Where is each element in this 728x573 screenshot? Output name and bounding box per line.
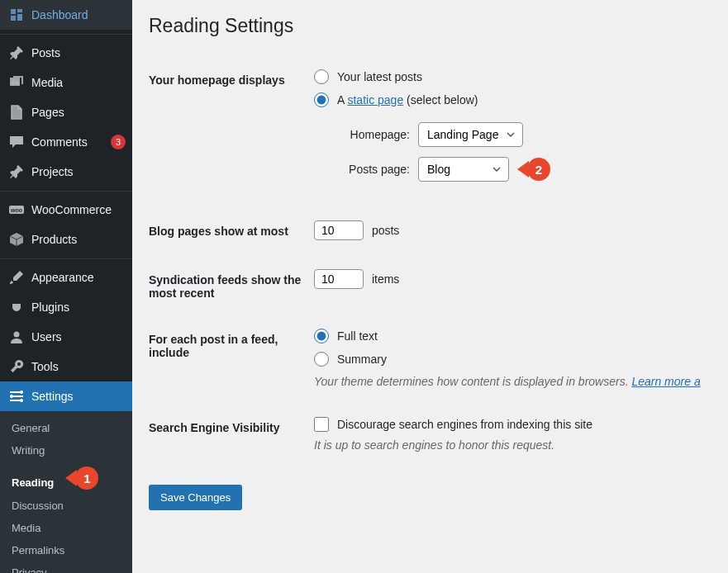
sidebar-item-settings[interactable]: Settings [0, 381, 132, 411]
page-icon [8, 104, 25, 121]
svg-point-7 [20, 391, 23, 394]
plugin-icon [8, 299, 25, 315]
summary-label: Summary [337, 353, 387, 366]
homepage-select[interactable]: Landing Page [418, 122, 523, 147]
pin-icon [8, 163, 25, 180]
sidebar-item-appearance[interactable]: Appearance [0, 263, 132, 292]
learn-more-link[interactable]: Learn more a [631, 375, 700, 388]
svg-rect-4 [10, 391, 20, 393]
media-icon [8, 74, 25, 91]
sidebar-item-plugins[interactable]: Plugins [0, 292, 132, 322]
sidebar-item-tools[interactable]: Tools [0, 352, 132, 381]
latest-posts-label: Your latest posts [337, 70, 422, 83]
pin-icon [8, 45, 25, 61]
sidebar-item-media[interactable]: Media [0, 68, 132, 97]
submenu-item-writing[interactable]: Writing [0, 439, 132, 462]
sidebar-item-comments[interactable]: Comments3 [0, 127, 132, 157]
product-icon [8, 231, 25, 248]
sidebar-item-label: Posts [31, 46, 126, 59]
blog-pages-count-input[interactable] [314, 220, 364, 240]
settings-icon [8, 388, 25, 405]
submenu-item-discussion[interactable]: Discussion [0, 495, 132, 517]
syndication-unit: items [372, 272, 399, 286]
admin-sidebar: DashboardPostsMediaPagesComments3Project… [0, 0, 132, 573]
sidebar-item-label: Tools [31, 360, 126, 373]
brush-icon [8, 269, 25, 286]
homepage-select-label: Homepage: [337, 128, 410, 141]
static-page-link[interactable]: static page [347, 93, 403, 107]
tool-icon [8, 358, 25, 375]
sidebar-item-label: Settings [31, 390, 126, 403]
svg-point-9 [20, 399, 23, 402]
sidebar-item-woocommerce[interactable]: wooWooCommerce [0, 195, 132, 225]
svg-text:woo: woo [10, 207, 22, 213]
comment-icon [8, 134, 25, 150]
feed-description: Your theme determines how content is dis… [314, 375, 703, 388]
sidebar-item-label: Appearance [31, 271, 126, 284]
submenu-item-media[interactable]: Media [0, 517, 132, 539]
sidebar-item-posts[interactable]: Posts [0, 38, 132, 68]
sidebar-item-label: Pages [31, 106, 126, 119]
sev-label: Search Engine Visibility [149, 405, 314, 468]
discourage-label: Discourage search engines from indexing … [337, 418, 592, 431]
blog-pages-unit: posts [372, 224, 399, 237]
callout-marker-1: 1 [65, 466, 98, 490]
sidebar-item-projects[interactable]: Projects [0, 157, 132, 187]
user-icon [8, 329, 25, 345]
sidebar-item-users[interactable]: Users [0, 322, 132, 352]
full-text-radio[interactable] [314, 329, 329, 343]
svg-point-8 [10, 395, 13, 398]
sidebar-item-products[interactable]: Products [0, 225, 132, 254]
page-title: Reading Settings [149, 15, 711, 37]
sev-description: It is up to search engines to honor this… [314, 438, 703, 452]
sidebar-item-pages[interactable]: Pages [0, 97, 132, 127]
static-page-label: A static page (select below) [337, 93, 478, 107]
blog-pages-label: Blog pages show at most [149, 208, 314, 257]
feed-include-label: For each post in a feed, include [149, 316, 314, 405]
static-page-radio[interactable] [314, 92, 329, 107]
latest-posts-radio[interactable] [314, 69, 329, 84]
homepage-displays-label: Your homepage displays [149, 57, 314, 208]
sidebar-item-label: WooCommerce [31, 203, 126, 216]
summary-radio[interactable] [314, 352, 329, 367]
submenu-item-reading[interactable]: Reading1 [0, 462, 132, 495]
sidebar-item-label: Projects [31, 165, 126, 178]
svg-point-3 [14, 332, 20, 338]
content-area: Reading Settings Your homepage displays … [132, 0, 728, 573]
submenu-item-permalinks[interactable]: Permalinks [0, 539, 132, 561]
full-text-label: Full text [337, 329, 378, 343]
posts-page-select-label: Posts page: [337, 163, 410, 176]
syndication-label: Syndication feeds show the most recent [149, 257, 314, 316]
sidebar-item-label: Plugins [31, 301, 126, 314]
discourage-checkbox[interactable] [314, 417, 329, 432]
dashboard-icon [8, 7, 25, 23]
sidebar-item-label: Media [31, 76, 126, 89]
comments-badge: 3 [111, 135, 126, 149]
sidebar-item-dashboard[interactable]: Dashboard [0, 0, 132, 30]
save-changes-button[interactable]: Save Changes [149, 485, 242, 510]
syndication-count-input[interactable] [314, 269, 364, 289]
submenu-item-general[interactable]: General [0, 417, 132, 439]
sidebar-item-label: Dashboard [31, 8, 126, 21]
sidebar-item-label: Users [31, 330, 126, 343]
sidebar-item-label: Products [31, 233, 126, 246]
svg-rect-6 [10, 400, 20, 401]
callout-marker-2: 2 [517, 158, 550, 181]
sidebar-item-label: Comments [31, 135, 104, 149]
settings-submenu: GeneralWritingReading1DiscussionMediaPer… [0, 411, 132, 573]
woo-icon: woo [8, 201, 25, 218]
posts-page-select[interactable]: Blog [418, 157, 509, 182]
submenu-item-privacy[interactable]: Privacy [0, 561, 132, 573]
svg-rect-5 [13, 395, 23, 397]
